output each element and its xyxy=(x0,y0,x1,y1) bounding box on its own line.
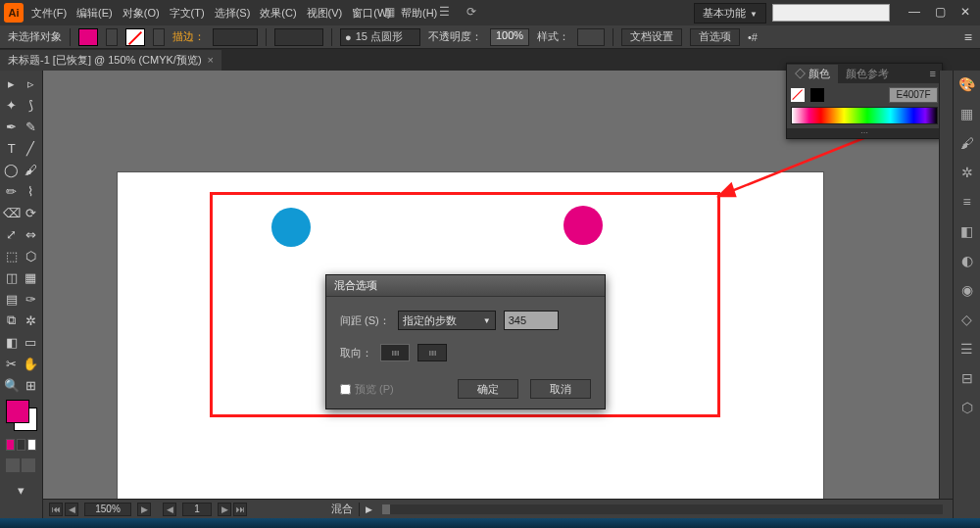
preview-checkbox[interactable]: 预览 (P) xyxy=(340,382,394,397)
perspective-tool[interactable]: ◫ xyxy=(3,267,21,287)
window-maximize-button[interactable]: ▢ xyxy=(929,5,951,21)
menu-view[interactable]: 视图(V) xyxy=(307,6,343,21)
free-transform-tool[interactable]: ⬚ xyxy=(3,246,21,265)
scrollbar-thumb[interactable] xyxy=(382,504,390,514)
menu-object[interactable]: 对象(O) xyxy=(122,6,160,21)
align-dock-icon[interactable]: ⊟ xyxy=(957,368,977,388)
pathfinder-dock-icon[interactable]: ⬡ xyxy=(957,398,977,417)
slice-tool[interactable]: ✂ xyxy=(3,354,21,373)
symbols-dock-icon[interactable]: ✲ xyxy=(957,163,977,182)
last-fill-swatch[interactable] xyxy=(6,439,15,451)
hand-tool[interactable]: ✋ xyxy=(23,354,40,373)
prev-artboard-button[interactable]: ◀ xyxy=(65,503,78,516)
search-input[interactable] xyxy=(772,4,890,22)
circle-pink-shape[interactable] xyxy=(564,206,603,245)
menu-type[interactable]: 字文(T) xyxy=(170,6,205,21)
color-tab[interactable]: ◇ 颜色 xyxy=(787,65,838,83)
menu-file[interactable]: 文件(F) xyxy=(31,6,67,21)
dialog-titlebar[interactable]: 混合选项 xyxy=(326,275,605,297)
layout-grid-icon[interactable]: ▦ xyxy=(380,3,398,21)
line-tool[interactable]: ╱ xyxy=(23,138,40,158)
gradient-dock-icon[interactable]: ◧ xyxy=(957,221,977,241)
orient-align-path-button[interactable]: ııııı xyxy=(417,344,447,361)
appearance-dock-icon[interactable]: ◉ xyxy=(957,280,977,300)
cloud-icon[interactable]: ⟳ xyxy=(463,3,480,21)
chevron-right-icon[interactable]: ▶ xyxy=(366,504,372,514)
lasso-tool[interactable]: ⟆ xyxy=(23,95,40,115)
preview-checkbox-input[interactable] xyxy=(340,384,351,395)
pen-tool[interactable]: ✒ xyxy=(3,117,21,136)
preferences-button[interactable]: 首选项 xyxy=(690,28,740,46)
opacity-input[interactable]: 100% xyxy=(490,28,529,46)
fill-mini-swatch[interactable] xyxy=(810,88,824,102)
window-close-button[interactable]: ✕ xyxy=(955,5,976,21)
transparency-dock-icon[interactable]: ◐ xyxy=(957,251,977,270)
horizontal-scrollbar[interactable] xyxy=(382,504,943,514)
menu-effect[interactable]: 效果(C) xyxy=(260,6,296,21)
menu-edit[interactable]: 编辑(E) xyxy=(76,6,113,21)
fullscreen-mode-button[interactable] xyxy=(22,458,35,472)
gradient-tool[interactable]: ▤ xyxy=(3,289,21,309)
cancel-button[interactable]: 取消 xyxy=(530,379,591,399)
none-swatch[interactable] xyxy=(27,439,36,451)
print-tiling-tool[interactable]: ⊞ xyxy=(23,375,40,395)
document-tab[interactable]: 未标题-1 [已恢复] @ 150% (CMYK/预览) × xyxy=(0,50,221,71)
fill-proxy[interactable] xyxy=(6,400,29,423)
close-icon[interactable]: × xyxy=(208,54,214,66)
next-page-button[interactable]: ▶ xyxy=(218,503,231,516)
panel-collapse[interactable]: ⋯ xyxy=(787,128,942,138)
ellipse-tool[interactable]: ◯ xyxy=(3,160,21,179)
fill-stroke-proxy[interactable] xyxy=(6,400,37,431)
screen-mode-button[interactable]: ▾ xyxy=(12,480,31,500)
doc-setup-button[interactable]: 文档设置 xyxy=(621,28,682,46)
ok-button[interactable]: 确定 xyxy=(458,379,518,399)
next-zoom-button[interactable]: ▶ xyxy=(137,503,151,516)
shape-builder-tool[interactable]: ⬡ xyxy=(23,246,40,265)
orient-align-page-button[interactable]: ııııı xyxy=(380,344,410,361)
pencil-tool[interactable]: ✏ xyxy=(3,181,21,201)
artboard-tool[interactable]: ▭ xyxy=(23,332,40,352)
color-guide-tab[interactable]: 颜色参考 xyxy=(838,65,897,83)
stroke-mini-swatch[interactable] xyxy=(791,88,805,102)
magic-wand-tool[interactable]: ✦ xyxy=(3,95,21,115)
blend-tool[interactable]: ⧉ xyxy=(3,311,21,330)
artboard-index[interactable]: 1 xyxy=(182,503,212,516)
vertical-scrollbar[interactable] xyxy=(939,71,953,499)
workspace-switcher[interactable]: 基本功能▼ xyxy=(694,3,766,24)
zoom-tool[interactable]: 🔍 xyxy=(3,375,21,395)
stroke-swatch-dropdown[interactable] xyxy=(153,28,165,46)
first-artboard-button[interactable]: ⏮ xyxy=(49,503,63,516)
symbol-spray-tool[interactable]: ✲ xyxy=(23,311,40,330)
blob-brush-tool[interactable]: ⌇ xyxy=(23,181,40,201)
style-select[interactable] xyxy=(577,28,605,46)
mesh-tool[interactable]: ▦ xyxy=(23,267,40,287)
last-page-button[interactable]: ⏭ xyxy=(233,503,247,516)
spacing-steps-input[interactable] xyxy=(504,311,559,330)
stroke-swatch-none[interactable] xyxy=(125,28,145,46)
profile-select[interactable] xyxy=(274,28,323,46)
panel-menu-icon[interactable]: ≡ xyxy=(964,29,972,45)
window-minimize-button[interactable]: — xyxy=(904,5,925,21)
graph-tool[interactable]: ◧ xyxy=(3,332,21,352)
width-tool[interactable]: ⇔ xyxy=(23,224,40,244)
normal-mode-button[interactable] xyxy=(6,458,20,472)
arrange-icon[interactable]: ☰ xyxy=(435,3,453,21)
hex-input[interactable]: E4007F xyxy=(889,87,938,103)
direct-selection-tool[interactable]: ▹ xyxy=(23,73,40,93)
fill-swatch[interactable] xyxy=(78,28,98,46)
prev-page-button[interactable]: ◀ xyxy=(163,503,176,516)
color-spectrum[interactable] xyxy=(791,107,938,124)
add-anchor-tool[interactable]: ✎ xyxy=(23,117,40,136)
brush-select[interactable]: ● 15 点圆形 xyxy=(340,28,420,46)
graphic-styles-dock-icon[interactable]: ◇ xyxy=(957,310,977,329)
swatches-dock-icon[interactable]: ▦ xyxy=(957,104,977,123)
layers-dock-icon[interactable]: ☰ xyxy=(957,339,977,359)
color-dock-icon[interactable]: 🎨 xyxy=(957,74,977,94)
circle-blue-shape[interactable] xyxy=(271,208,311,247)
stroke-weight-field[interactable] xyxy=(213,28,258,46)
scale-tool[interactable]: ⤢ xyxy=(3,224,21,244)
transform-link[interactable]: •# xyxy=(748,31,758,43)
menu-select[interactable]: 选择(S) xyxy=(215,6,251,21)
spacing-mode-select[interactable]: 指定的步数 ▼ xyxy=(398,311,496,330)
brush-tool[interactable]: 🖌 xyxy=(23,160,40,179)
